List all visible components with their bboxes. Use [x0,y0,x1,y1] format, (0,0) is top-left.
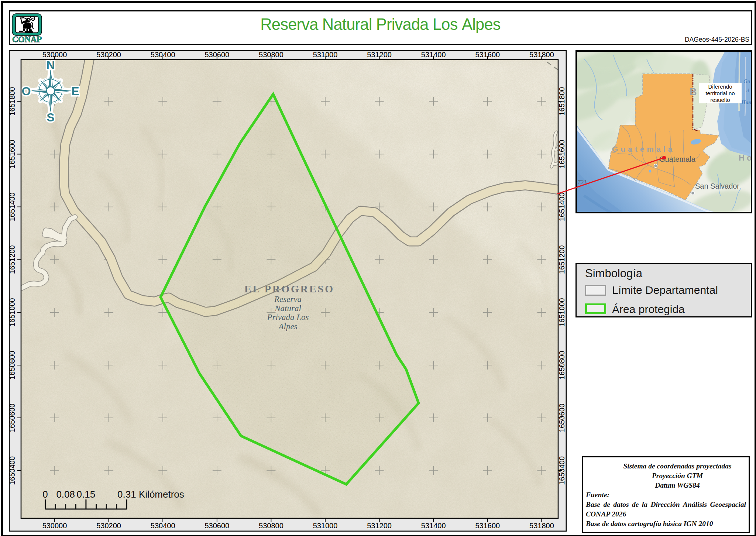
svg-text:530600: 530600 [205,51,229,59]
svg-text:1650400: 1650400 [9,456,16,485]
svg-text:531400: 531400 [421,522,446,530]
svg-text:531600: 531600 [475,51,500,59]
svg-text:CONAP: CONAP [12,35,42,44]
svg-text:B: B [690,86,699,97]
svg-text:531000: 531000 [313,522,338,530]
svg-text:1651800: 1651800 [9,87,16,116]
svg-text:0.08: 0.08 [56,489,75,500]
svg-text:1651600: 1651600 [9,140,16,169]
svg-text:1650800: 1650800 [558,351,566,379]
svg-text:1650400: 1650400 [558,456,566,485]
svg-text:Gu: Gu [743,78,750,84]
svg-text:531200: 531200 [367,522,392,530]
svg-text:0.15: 0.15 [77,489,96,500]
svg-text:530200: 530200 [96,522,121,530]
svg-text:Hond: Hond [741,99,755,105]
svg-text:E: E [71,85,79,98]
svg-text:Guatemala: Guatemala [612,145,675,153]
svg-text:Natural: Natural [274,304,301,313]
svg-text:530400: 530400 [151,522,175,530]
svg-text:530000: 530000 [42,522,67,530]
svg-text:Kilómetros: Kilómetros [139,489,184,500]
svg-text:1650600: 1650600 [558,403,566,432]
svg-text:territorial no: territorial no [705,90,735,96]
svg-text:531800: 531800 [529,522,554,530]
svg-text:Reserva: Reserva [274,295,302,304]
svg-text:resuelto: resuelto [710,97,730,103]
svg-text:Guatemala: Guatemala [659,155,696,163]
svg-text:530800: 530800 [259,522,284,530]
svg-text:721: 721 [577,179,587,186]
svg-text:531000: 531000 [313,51,338,59]
svg-text:1651400: 1651400 [9,192,16,221]
svg-text:531200: 531200 [367,51,392,59]
svg-text:1651000: 1651000 [558,298,566,327]
svg-text:1651200: 1651200 [558,245,566,274]
svg-text:S: S [47,111,54,124]
svg-text:N: N [46,58,55,72]
svg-text:Diferendo: Diferendo [708,83,732,90]
svg-text:531800: 531800 [529,51,554,59]
svg-text:530400: 530400 [151,51,175,59]
svg-text:0: 0 [42,489,48,500]
svg-text:1651600: 1651600 [558,140,566,169]
svg-text:530000: 530000 [42,51,67,59]
svg-text:Privada Los: Privada Los [267,313,309,322]
svg-text:0.31: 0.31 [117,489,136,500]
svg-text:530800: 530800 [259,51,284,59]
svg-text:San Salvador: San Salvador [695,182,739,190]
svg-text:531400: 531400 [421,51,446,59]
svg-text:530600: 530600 [205,522,229,530]
svg-text:1650800: 1650800 [9,351,16,379]
svg-text:1651800: 1651800 [558,87,566,116]
svg-text:1650600: 1650600 [9,403,16,432]
svg-text:1651400: 1651400 [558,192,566,221]
svg-text:1651200: 1651200 [9,245,16,274]
svg-text:d: d [746,88,749,93]
svg-text:O: O [22,85,31,98]
svg-text:EL PROGRESO: EL PROGRESO [244,283,334,295]
svg-text:531600: 531600 [475,522,500,530]
svg-text:Alpes: Alpes [278,322,297,331]
svg-text:530200: 530200 [96,51,121,59]
svg-text:1651000: 1651000 [9,298,16,327]
